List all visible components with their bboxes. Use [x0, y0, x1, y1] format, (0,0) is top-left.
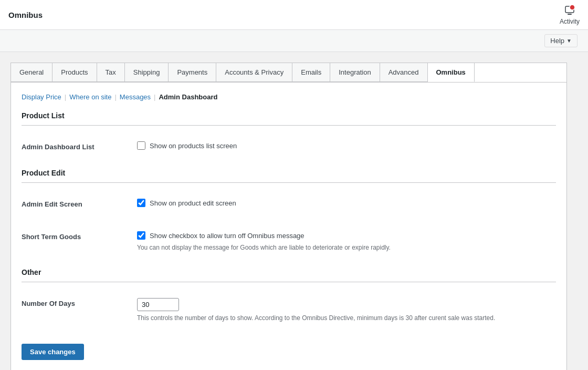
admin-dashboard-list-field: Show on products list screen — [137, 141, 556, 153]
short-term-goods-checkbox-label[interactable]: Show checkbox to allow turn off Omnibus … — [150, 232, 304, 240]
other-title: Other — [22, 268, 556, 282]
chevron-down-icon: ▼ — [566, 38, 572, 44]
admin-edit-screen-checkbox-label[interactable]: Show on product edit screen — [150, 199, 236, 207]
svg-point-2 — [570, 5, 575, 10]
main-content: General Products Tax Shipping Payments A… — [0, 52, 578, 370]
admin-dashboard-list-row: Admin Dashboard List Show on products li… — [22, 136, 556, 158]
activity-label: Activity — [560, 18, 580, 25]
app-title: Omnibus — [8, 11, 43, 19]
help-button[interactable]: Help ▼ — [544, 34, 578, 47]
number-of-days-row: Number Of Days This controls the number … — [22, 293, 556, 328]
save-button[interactable]: Save changes — [22, 344, 84, 360]
number-of-days-field: This controls the number of days to show… — [137, 298, 556, 323]
product-list-title: Product List — [22, 111, 556, 126]
tab-general[interactable]: General — [11, 63, 52, 82]
top-bar-right: Activity — [560, 4, 580, 25]
tab-integration[interactable]: Integration — [330, 63, 380, 82]
product-edit-title: Product Edit — [22, 169, 556, 183]
subnav-messages[interactable]: Messages — [120, 93, 151, 101]
tabs-container: General Products Tax Shipping Payments A… — [10, 63, 567, 82]
top-bar: Omnibus Activity — [0, 0, 588, 30]
activity-icon — [563, 4, 576, 17]
subnav-sep-2: | — [114, 93, 116, 101]
admin-edit-screen-checkbox-row: Show on product edit screen — [137, 199, 556, 207]
tab-emails[interactable]: Emails — [292, 63, 330, 82]
svg-rect-1 — [568, 14, 572, 15]
admin-dashboard-list-checkbox[interactable] — [137, 141, 145, 150]
help-bar: Help ▼ — [0, 30, 588, 52]
admin-edit-screen-field: Show on product edit screen — [137, 199, 556, 210]
product-edit-section: Product Edit Admin Edit Screen Show on p… — [22, 169, 556, 258]
tab-tax[interactable]: Tax — [97, 63, 125, 82]
subnav-sep-3: | — [154, 93, 155, 101]
tab-products[interactable]: Products — [52, 63, 97, 82]
tab-shipping[interactable]: Shipping — [125, 63, 169, 82]
product-list-section: Product List Admin Dashboard List Show o… — [22, 111, 556, 158]
tab-omnibus[interactable]: Omnibus — [428, 63, 475, 82]
short-term-goods-label: Short Term Goods — [22, 231, 137, 241]
subnav-display-price[interactable]: Display Price — [22, 93, 61, 101]
admin-dashboard-list-label: Admin Dashboard List — [22, 141, 137, 151]
admin-edit-screen-row: Admin Edit Screen Show on product edit s… — [22, 193, 556, 215]
help-label: Help — [550, 37, 564, 45]
short-term-goods-field: Show checkbox to allow turn off Omnibus … — [137, 231, 556, 252]
admin-dashboard-list-checkbox-label[interactable]: Show on products list screen — [150, 142, 237, 150]
subnav-sep-1: | — [65, 93, 66, 101]
sub-navigation: Display Price | Where on site | Messages… — [22, 93, 556, 101]
short-term-goods-checkbox[interactable] — [137, 231, 145, 240]
subnav-admin-dashboard: Admin Dashboard — [159, 93, 217, 101]
short-term-goods-row: Short Term Goods Show checkbox to allow … — [22, 226, 556, 258]
tab-payments[interactable]: Payments — [169, 63, 216, 82]
tab-accounts-privacy[interactable]: Accounts & Privacy — [216, 63, 292, 82]
number-of-days-input[interactable] — [137, 298, 179, 311]
short-term-goods-description: You can not display the message for Good… — [137, 243, 556, 252]
other-section: Other Number Of Days This controls the n… — [22, 268, 556, 328]
admin-edit-screen-label: Admin Edit Screen — [22, 199, 137, 208]
activity-button[interactable]: Activity — [560, 4, 580, 25]
admin-edit-screen-checkbox[interactable] — [137, 199, 145, 207]
number-of-days-label: Number Of Days — [22, 298, 137, 307]
number-of-days-description: This controls the number of days to show… — [137, 313, 556, 323]
subnav-where-on-site[interactable]: Where on site — [69, 93, 111, 101]
admin-dashboard-list-checkbox-row: Show on products list screen — [137, 141, 556, 150]
tab-content-omnibus: Display Price | Where on site | Messages… — [10, 82, 567, 370]
short-term-goods-checkbox-row: Show checkbox to allow turn off Omnibus … — [137, 231, 556, 240]
tab-advanced[interactable]: Advanced — [380, 63, 428, 82]
